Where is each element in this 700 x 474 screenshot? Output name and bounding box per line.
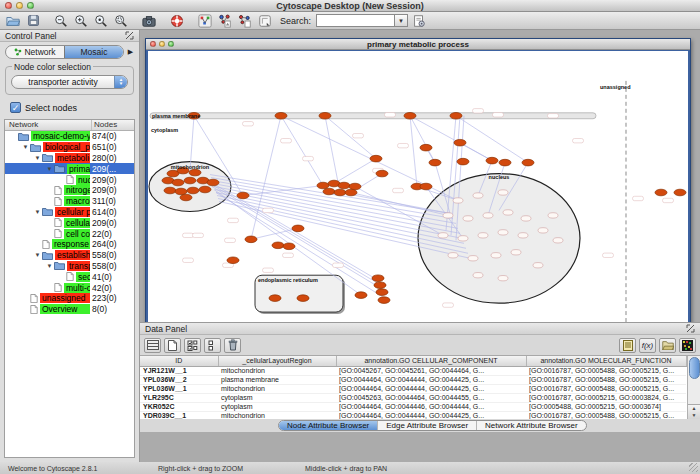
table-cell[interactable]: mitochondrion: [218, 384, 336, 393]
network-node[interactable]: [518, 233, 528, 238]
network-canvas[interactable]: plasma membranecytoplasmmitochondrionnuc…: [148, 51, 688, 335]
network-node[interactable]: [187, 187, 199, 194]
table-cell[interactable]: [GO:0045263, GO:0044464, GO:0044455, G..…: [336, 393, 526, 402]
tab-edge-attribute-browser[interactable]: Edge Attribute Browser: [377, 421, 476, 430]
network-node[interactable]: [463, 216, 473, 221]
network-node[interactable]: [349, 183, 361, 190]
table-cell[interactable]: [GO:0045267, GO:0045261, GO:0044464, G..…: [336, 366, 526, 375]
network-node[interactable]: [468, 256, 478, 261]
network-node[interactable]: [227, 257, 239, 264]
select-nodes-checkbox[interactable]: ✓: [10, 102, 21, 113]
network-node[interactable]: [522, 159, 534, 166]
network-node[interactable]: [175, 188, 187, 195]
tab-overflow-arrow-icon[interactable]: ▶: [125, 48, 136, 56]
table-cell[interactable]: [GO:0044464, GO:0044446, GO:0044444, G..…: [336, 402, 526, 411]
network-node[interactable]: [319, 112, 331, 119]
network-node[interactable]: [443, 213, 453, 218]
tree-expander-icon[interactable]: ▼: [21, 144, 30, 150]
network-node[interactable]: [473, 193, 483, 198]
network-node[interactable]: [457, 158, 469, 165]
annotation-icon[interactable]: [256, 13, 274, 29]
tab-network[interactable]: Network: [6, 46, 64, 58]
network-node[interactable]: [420, 144, 432, 151]
network-node[interactable]: [473, 273, 483, 278]
network-node[interactable]: [172, 179, 184, 186]
network-node[interactable]: [454, 139, 466, 146]
open-file-icon[interactable]: [4, 13, 22, 29]
network-node[interactable]: [499, 159, 511, 166]
float-data-panel-icon[interactable]: [686, 324, 695, 333]
network-node[interactable]: [345, 189, 357, 196]
tree-item-establishment-of-lo[interactable]: ▼establishment of lo558(0): [5, 250, 134, 261]
network-node[interactable]: [334, 189, 346, 196]
network-node[interactable]: [450, 112, 462, 119]
network-node[interactable]: [553, 238, 563, 243]
network-node[interactable]: [283, 243, 295, 250]
table-cell[interactable]: [GO:0016787, GO:0005488, GO:0005215, G..…: [526, 411, 686, 419]
zoom-fit-icon[interactable]: [112, 13, 130, 29]
tree-item-metabolic-process[interactable]: ▼metabolic process280(0): [5, 153, 134, 164]
table-cell[interactable]: mitochondrion: [218, 366, 336, 375]
tab-network-attribute-browser[interactable]: Network Attribute Browser: [476, 421, 585, 430]
tree-item-nitrogen-compo[interactable]: nitrogen compo209(0): [5, 185, 134, 196]
network-node[interactable]: [538, 228, 548, 233]
network-node[interactable]: [458, 236, 468, 241]
table-cell[interactable]: YPL036W__1: [140, 384, 218, 393]
delete-attribute-icon[interactable]: [224, 338, 241, 353]
tree-item-mosaic-demo-yeast[interactable]: mosaic-demo-yeast874(0): [5, 131, 134, 142]
network-node[interactable]: [448, 253, 458, 258]
network-node[interactable]: [370, 155, 382, 162]
table-cell[interactable]: YJR121W__1: [140, 366, 218, 375]
network-node[interactable]: [420, 183, 432, 190]
table-cell[interactable]: YDR039C__1: [140, 411, 218, 419]
tree-item-multi-organism-pro[interactable]: multi-organism pro42(0): [5, 282, 134, 293]
heatmap-icon[interactable]: [679, 338, 696, 353]
network-node[interactable]: [355, 292, 367, 299]
tree-expander-icon[interactable]: ▼: [33, 209, 42, 215]
table-row[interactable]: YDR039C__1mitochondrion[GO:0044464, GO:0…: [140, 411, 686, 419]
tree-item-cellular-metabo[interactable]: cellular metabo209(0): [5, 217, 134, 228]
table-cell[interactable]: [GO:0016787, GO:0005488, GO:0005215, G..…: [526, 366, 686, 375]
network-node[interactable]: [292, 225, 304, 232]
tree-item-macromolecule[interactable]: macromolecule311(0): [5, 196, 134, 207]
float-panel-icon[interactable]: [125, 31, 134, 40]
table-cell[interactable]: [GO:0005488, GO:0005215, GO:0003674]: [526, 402, 686, 411]
table-scrollbar[interactable]: ▲▼: [687, 356, 700, 419]
network-node[interactable]: [372, 275, 384, 282]
table-cell[interactable]: plasma membrane: [218, 375, 336, 384]
tree-expander-icon[interactable]: ▼: [33, 252, 42, 258]
tree-item-cell-communicat[interactable]: cell communicat22(0): [5, 228, 134, 239]
select-attributes-icon[interactable]: [184, 338, 201, 353]
network-node[interactable]: [297, 295, 309, 302]
network-node[interactable]: [548, 213, 558, 218]
tab-mosaic[interactable]: Mosaic: [64, 46, 123, 58]
table-row[interactable]: YKR052Ccytoplasm[GO:0044464, GO:0044446,…: [140, 402, 686, 411]
tree-item-primary-metabolic[interactable]: ▼primary metabolic209(...: [5, 163, 134, 174]
layout-icon[interactable]: [236, 13, 254, 29]
tab-node-attribute-browser[interactable]: Node Attribute Browser: [279, 421, 377, 430]
network-node[interactable]: [338, 182, 350, 189]
app-resize-grip[interactable]: [689, 463, 698, 472]
network-node[interactable]: [378, 297, 390, 304]
network-node[interactable]: [164, 187, 176, 194]
table-cell[interactable]: [GO:0016787, GO:0005215, GO:0003824, G..…: [526, 393, 686, 402]
import-attributes-icon[interactable]: [659, 338, 676, 353]
table-column-header[interactable]: ID: [140, 356, 218, 366]
network-node[interactable]: [655, 189, 667, 196]
table-cell[interactable]: YLR295C: [140, 393, 218, 402]
tree-item-cellular-process[interactable]: ▼cellular process614(0): [5, 207, 134, 218]
table-cell[interactable]: cytoplasm: [218, 393, 336, 402]
tree-item-overview[interactable]: Overview8(0): [5, 304, 134, 315]
table-row[interactable]: YLR295Ccytoplasm[GO:0045263, GO:0044464,…: [140, 393, 686, 402]
network-node[interactable]: [237, 192, 249, 199]
network-window-titlebar[interactable]: primary metabolic process: [146, 39, 690, 50]
network-node[interactable]: [498, 190, 508, 195]
preferences-icon[interactable]: [410, 13, 428, 29]
table-cell[interactable]: YPL036W__2: [140, 375, 218, 384]
network-node[interactable]: [323, 188, 335, 195]
snapshot-icon[interactable]: [140, 13, 158, 29]
tree-expander-icon[interactable]: ▼: [45, 263, 54, 269]
network-node[interactable]: [486, 157, 498, 164]
table-row[interactable]: YPL036W__1mitochondrion[GO:0044464, GO:0…: [140, 384, 686, 393]
attribute-table-icon[interactable]: [144, 338, 161, 353]
